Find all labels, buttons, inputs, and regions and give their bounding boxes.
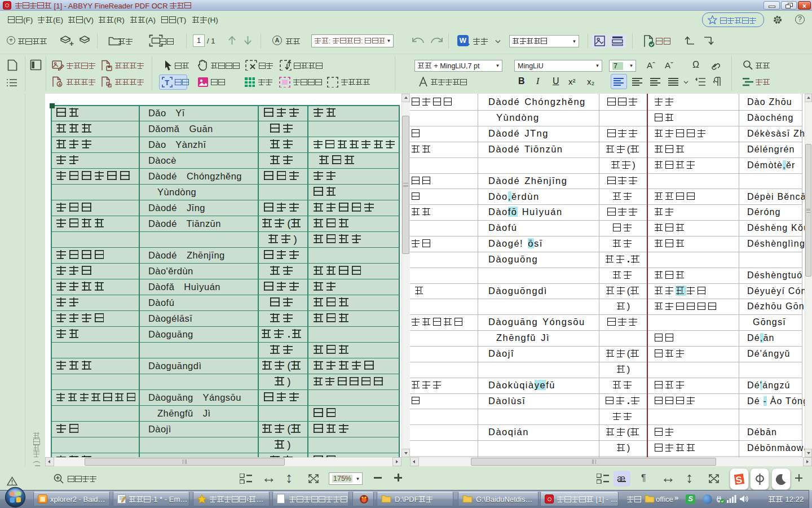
svg-text:T: T: [165, 78, 169, 87]
svg-text:A: A: [59, 82, 61, 86]
